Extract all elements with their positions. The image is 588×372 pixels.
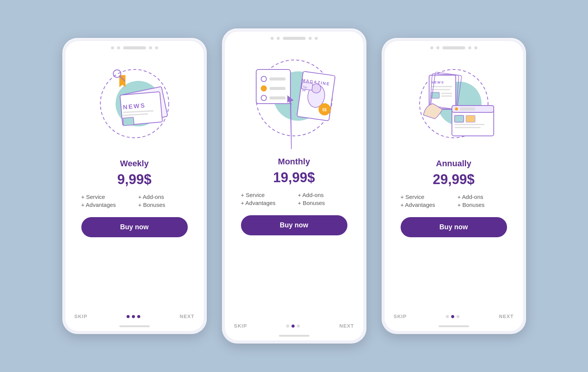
home-bar-monthly bbox=[279, 335, 309, 337]
phone-bottom-monthly: SKIP NEXT bbox=[225, 320, 363, 335]
phone-speaker-weekly bbox=[123, 46, 146, 49]
plan-price-annually: 29,99$ bbox=[433, 172, 474, 188]
plan-price-weekly: 9,99$ bbox=[117, 172, 151, 188]
svg-rect-45 bbox=[460, 107, 475, 110]
phone-dot-3 bbox=[149, 46, 152, 49]
feature-monthly-1: + Service bbox=[241, 192, 290, 198]
feature-monthly-3: + Advantages bbox=[241, 200, 290, 206]
phone-speaker-annually bbox=[442, 46, 465, 49]
svg-text:NEWS: NEWS bbox=[431, 80, 444, 84]
home-bar-weekly bbox=[119, 325, 150, 327]
phone-monthly: MAGAZINE Top 10 5$ Monthly 19,99$ bbox=[222, 28, 366, 344]
phone-annually: NEWS bbox=[382, 38, 526, 334]
skip-monthly[interactable]: SKIP bbox=[234, 323, 247, 329]
skip-annually[interactable]: SKIP bbox=[394, 314, 407, 319]
phone-dot-1 bbox=[111, 46, 114, 49]
skip-weekly[interactable]: SKIP bbox=[74, 314, 87, 319]
feature-annually-4: + Bonuses bbox=[458, 202, 507, 208]
svg-rect-47 bbox=[466, 115, 475, 122]
nav-dot-m2[interactable] bbox=[292, 325, 295, 328]
svg-rect-15 bbox=[269, 77, 285, 80]
features-weekly: + Service + Add-ons + Advantages + Bonus… bbox=[81, 194, 188, 208]
features-annually: + Service + Add-ons + Advantages + Bonus… bbox=[401, 194, 507, 208]
svg-rect-19 bbox=[269, 96, 285, 99]
plan-title-monthly: Monthly bbox=[278, 157, 310, 167]
phones-container: NEWS Weekly 9,99$ + Service + Add-ons + … bbox=[62, 28, 526, 344]
feature-weekly-1: + Service bbox=[81, 194, 131, 200]
plan-price-monthly: 19,99$ bbox=[273, 170, 315, 186]
plan-title-weekly: Weekly bbox=[120, 159, 149, 169]
feature-annually-3: + Advantages bbox=[401, 202, 450, 208]
phone-dot-m2 bbox=[277, 37, 280, 40]
phone-dot-2 bbox=[117, 46, 120, 49]
svg-text:5$: 5$ bbox=[322, 108, 327, 112]
next-weekly[interactable]: NEXT bbox=[180, 314, 195, 319]
feature-annually-1: + Service bbox=[401, 194, 450, 200]
feature-weekly-4: + Bonuses bbox=[138, 202, 188, 208]
svg-text:10: 10 bbox=[302, 88, 306, 92]
illustration-weekly: NEWS bbox=[65, 52, 204, 159]
next-annually[interactable]: NEXT bbox=[499, 314, 514, 319]
feature-monthly-4: + Bonuses bbox=[298, 200, 347, 206]
phone-dot-a3 bbox=[468, 46, 471, 49]
phone-dot-4 bbox=[155, 46, 158, 49]
features-monthly: + Service + Add-ons + Advantages + Bonus… bbox=[241, 192, 347, 206]
nav-dot-a2[interactable] bbox=[451, 315, 454, 318]
feature-weekly-3: + Advantages bbox=[81, 202, 131, 208]
phone-bottom-weekly: SKIP NEXT bbox=[65, 311, 204, 325]
phone-dot-a4 bbox=[474, 46, 477, 49]
nav-dot-1[interactable] bbox=[127, 315, 130, 318]
illustration-monthly: MAGAZINE Top 10 5$ bbox=[225, 43, 363, 157]
monthly-illustration-svg: MAGAZINE Top 10 5$ bbox=[245, 50, 344, 149]
svg-rect-17 bbox=[269, 87, 285, 90]
dots-nav-monthly bbox=[286, 325, 300, 328]
phone-top-bar-weekly bbox=[65, 41, 204, 52]
annually-illustration-svg: NEWS bbox=[408, 60, 499, 151]
dots-nav-weekly bbox=[127, 315, 140, 318]
illustration-annually: NEWS bbox=[385, 52, 523, 159]
plan-title-annually: Annually bbox=[436, 159, 471, 169]
svg-rect-10 bbox=[123, 117, 134, 126]
phone-speaker-monthly bbox=[283, 37, 306, 40]
svg-rect-46 bbox=[455, 115, 464, 122]
nav-dot-m3[interactable] bbox=[297, 325, 300, 328]
nav-dot-a1[interactable] bbox=[446, 315, 449, 318]
phone-top-bar-annually bbox=[385, 41, 523, 52]
buy-button-monthly[interactable]: Buy now bbox=[241, 215, 347, 235]
svg-point-44 bbox=[455, 107, 458, 110]
phone-dot-m1 bbox=[271, 37, 274, 40]
phone-weekly: NEWS Weekly 9,99$ + Service + Add-ons + … bbox=[62, 38, 207, 334]
nav-dot-2[interactable] bbox=[132, 315, 135, 318]
phone-bottom-annually: SKIP NEXT bbox=[385, 311, 523, 325]
card-content-annually: Annually 29,99$ + Service + Add-ons + Ad… bbox=[385, 159, 523, 311]
next-monthly[interactable]: NEXT bbox=[339, 323, 354, 329]
dots-nav-annually bbox=[446, 315, 460, 318]
svg-point-16 bbox=[261, 86, 266, 91]
card-content-monthly: Monthly 19,99$ + Service + Add-ons + Adv… bbox=[225, 157, 363, 320]
feature-monthly-2: + Add-ons bbox=[298, 192, 347, 198]
phone-dot-a2 bbox=[436, 46, 439, 49]
phone-dot-m3 bbox=[309, 37, 312, 40]
feature-weekly-2: + Add-ons bbox=[138, 194, 188, 200]
nav-dot-m1[interactable] bbox=[286, 325, 289, 328]
nav-dot-a3[interactable] bbox=[456, 315, 460, 318]
nav-dot-3[interactable] bbox=[137, 315, 140, 318]
buy-button-annually[interactable]: Buy now bbox=[401, 217, 507, 237]
card-content-weekly: Weekly 9,99$ + Service + Add-ons + Advan… bbox=[65, 159, 204, 311]
weekly-illustration-svg: NEWS bbox=[89, 60, 180, 151]
phone-dot-m4 bbox=[315, 37, 318, 40]
phone-top-bar-monthly bbox=[225, 32, 363, 43]
home-bar-annually bbox=[439, 325, 469, 327]
buy-button-weekly[interactable]: Buy now bbox=[81, 217, 188, 237]
phone-dot-a1 bbox=[430, 46, 433, 49]
feature-annually-2: + Add-ons bbox=[458, 194, 507, 200]
